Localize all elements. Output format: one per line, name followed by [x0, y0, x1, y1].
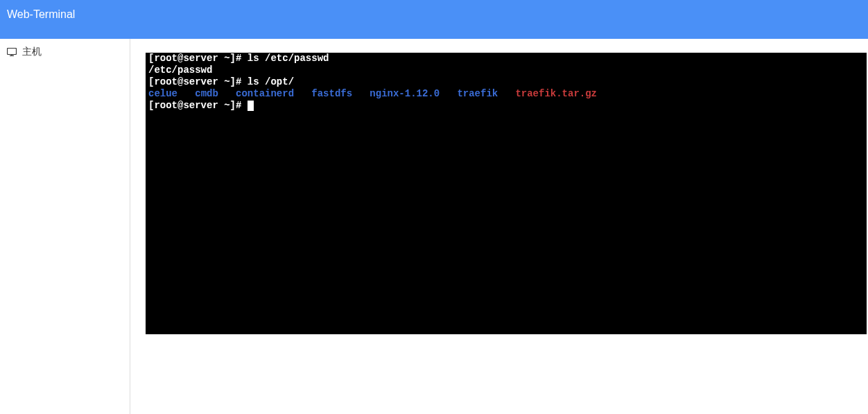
- sidebar-item-host[interactable]: 主机: [0, 39, 130, 65]
- app-title: Web-Terminal: [7, 8, 75, 21]
- dir-fastdfs: fastdfs: [311, 88, 352, 99]
- terminal-command: ls /opt/: [248, 76, 294, 87]
- svg-rect-0: [8, 49, 17, 55]
- dir-traefik: traefik: [457, 88, 498, 99]
- dir-nginx: nginx-1.12.0: [370, 88, 440, 99]
- file-traefik-tar: traefik.tar.gz: [515, 88, 597, 99]
- terminal-cursor: [248, 101, 254, 111]
- app-header: Web-Terminal: [0, 0, 868, 39]
- terminal-line-2: /etc/passwd: [148, 64, 864, 76]
- terminal-line-4: celue cmdb containerd fastdfs nginx-1.12…: [148, 88, 864, 100]
- dir-celue: celue: [148, 88, 177, 99]
- dir-cmdb: cmdb: [195, 88, 218, 99]
- terminal-output: /etc/passwd: [148, 64, 212, 76]
- terminal-line-3: [root@server ~]# ls /opt/: [148, 76, 864, 88]
- terminal-prompt: [root@server ~]#: [148, 76, 248, 87]
- content-area: 主机 [root@server ~]# ls /etc/passwd/etc/p…: [0, 39, 868, 414]
- terminal-prompt: [root@server ~]#: [148, 100, 248, 111]
- dir-containerd: containerd: [236, 88, 294, 99]
- terminal-prompt: [root@server ~]#: [148, 53, 248, 64]
- sidebar: 主机: [0, 39, 130, 414]
- terminal[interactable]: [root@server ~]# ls /etc/passwd/etc/pass…: [146, 53, 867, 334]
- terminal-command: ls /etc/passwd: [248, 53, 329, 64]
- terminal-line-1: [root@server ~]# ls /etc/passwd: [148, 53, 864, 64]
- monitor-icon: [7, 48, 17, 56]
- sidebar-item-label: 主机: [22, 46, 42, 58]
- terminal-line-5: [root@server ~]#: [148, 100, 864, 112]
- main-panel: [root@server ~]# ls /etc/passwd/etc/pass…: [130, 39, 868, 414]
